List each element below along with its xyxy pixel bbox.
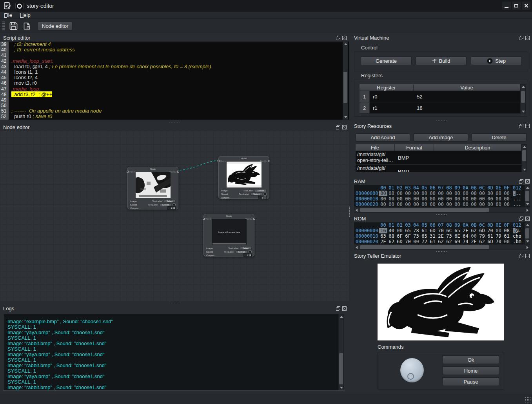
hex-byte[interactable]: 00 xyxy=(379,191,387,196)
close-button[interactable] xyxy=(522,2,530,10)
menu-file[interactable]: File xyxy=(0,12,16,19)
play-sound-icon[interactable] xyxy=(263,193,267,196)
hex-byte[interactable]: 00 xyxy=(379,202,387,207)
splitter-vm-resources[interactable] xyxy=(351,119,532,121)
close-dock-icon[interactable] xyxy=(342,306,347,311)
hex-byte[interactable]: 00 xyxy=(387,196,396,202)
port-in-connector[interactable] xyxy=(127,171,129,173)
float-dock-icon[interactable] xyxy=(519,254,523,258)
hex-byte[interactable]: 2E xyxy=(470,239,478,244)
hex-byte[interactable]: 73 xyxy=(412,233,420,239)
float-dock-icon[interactable] xyxy=(519,217,523,221)
hex-byte[interactable]: 00 xyxy=(470,233,478,239)
register-column-header[interactable]: Register xyxy=(360,84,414,91)
value-column-header[interactable]: Value xyxy=(414,84,520,91)
hex-byte[interactable]: 62 xyxy=(437,239,445,244)
hex-byte[interactable]: 31 xyxy=(429,233,437,239)
resources-scrollbar[interactable] xyxy=(521,144,527,172)
hex-byte[interactable]: 00 xyxy=(396,196,404,202)
file-column-header[interactable]: File xyxy=(356,144,395,151)
play-sound-icon[interactable] xyxy=(172,203,176,206)
generate-button[interactable]: Generate xyxy=(361,56,412,65)
hex-byte[interactable]: 00 xyxy=(461,202,470,207)
add-image-button[interactable]: Add image xyxy=(414,133,468,142)
hex-byte[interactable]: 00 xyxy=(494,202,503,207)
media-node-rabbit[interactable]: Node Port In Port Out ImageTextLabelSele… xyxy=(218,156,269,199)
description-column-header[interactable]: Description xyxy=(434,144,521,151)
hex-byte[interactable]: 6C xyxy=(445,228,453,233)
hex-byte[interactable]: 00 xyxy=(387,191,396,196)
close-dock-icon[interactable] xyxy=(525,179,530,184)
hex-byte[interactable]: 00 xyxy=(494,196,503,202)
registers-scrollbar[interactable] xyxy=(520,84,526,114)
hex-byte[interactable]: 65 xyxy=(404,228,412,233)
hex-byte[interactable]: 00 xyxy=(494,228,503,233)
hex-byte[interactable]: 74 xyxy=(461,239,470,244)
splitter-columns[interactable] xyxy=(348,33,350,391)
float-dock-icon[interactable] xyxy=(336,306,340,311)
minimize-button[interactable] xyxy=(502,2,511,10)
hex-byte[interactable]: 62 xyxy=(470,228,478,233)
toolbar-grip[interactable] xyxy=(2,21,5,31)
hex-byte[interactable]: 61 xyxy=(486,233,494,239)
hex-byte[interactable]: 6F xyxy=(396,233,404,239)
ram-hex-view[interactable]: 000102030405060708090A0B0C0D0E0F012 0000… xyxy=(354,185,525,207)
hex-byte[interactable]: 00 xyxy=(420,202,429,207)
delete-resource-button[interactable]: Delete xyxy=(472,133,527,142)
select-sound-button[interactable]: Select xyxy=(251,193,262,196)
hex-byte[interactable]: 00 xyxy=(412,202,420,207)
hex-byte[interactable]: 6F xyxy=(404,233,412,239)
hex-byte[interactable]: 65 xyxy=(420,233,429,239)
float-dock-icon[interactable] xyxy=(519,36,523,40)
select-image-button[interactable]: Select xyxy=(164,200,176,203)
hex-byte[interactable]: 00 xyxy=(461,196,470,202)
hex-byte[interactable]: 63 xyxy=(379,233,387,239)
hex-byte[interactable]: 00 xyxy=(478,196,486,202)
hex-byte[interactable]: 6D xyxy=(486,239,494,244)
hex-byte[interactable]: 16 xyxy=(379,228,387,233)
logs-scrollbar[interactable] xyxy=(338,314,344,390)
hex-byte[interactable]: 00 xyxy=(429,191,437,196)
hex-byte[interactable]: 00 xyxy=(503,196,511,202)
ram-hscrollbar[interactable] xyxy=(354,207,530,213)
hex-byte[interactable]: 69 xyxy=(453,239,461,244)
hex-byte[interactable]: 00 xyxy=(396,228,404,233)
media-node-yaya[interactable]: Node Port In Port Out ImageTextLabelSele… xyxy=(127,167,178,209)
hex-byte[interactable]: 00 xyxy=(478,191,486,196)
register-row[interactable]: 1r052 xyxy=(360,91,520,102)
resource-row[interactable]: /mnt/data/git/ open-story-tell…BMP xyxy=(356,151,521,165)
hex-byte[interactable]: 00 xyxy=(445,202,453,207)
hex-byte[interactable]: 68 xyxy=(387,233,396,239)
hex-byte[interactable]: 00 xyxy=(396,202,404,207)
close-dock-icon[interactable] xyxy=(525,36,530,40)
float-dock-icon[interactable] xyxy=(336,125,340,129)
hex-byte[interactable]: 00 xyxy=(486,202,494,207)
port-out-connector[interactable] xyxy=(253,218,255,220)
select-sound-button[interactable]: Select xyxy=(160,203,171,206)
node-editor-toolbar-button[interactable]: Node editor xyxy=(38,22,73,31)
hex-byte[interactable]: 00 xyxy=(396,191,404,196)
hex-byte[interactable]: 79 xyxy=(478,233,486,239)
hex-byte[interactable]: 00 xyxy=(486,191,494,196)
build-button[interactable]: Build xyxy=(416,56,467,65)
pause-button[interactable]: Pause xyxy=(443,377,499,386)
save-icon[interactable] xyxy=(8,20,19,31)
port-out-connector[interactable] xyxy=(177,171,179,173)
resource-row[interactable]: /mnt/data/git/ open-story-tellBMP xyxy=(356,165,521,172)
hex-byte[interactable]: 00 xyxy=(486,196,494,202)
hex-byte[interactable]: 72 xyxy=(420,239,429,244)
hex-byte[interactable]: 00 xyxy=(379,196,387,202)
port-in-connector[interactable] xyxy=(218,160,220,162)
node-graph-canvas[interactable]: Node Port In Port Out ImageTextLabelSele… xyxy=(0,131,349,301)
port-out-connector[interactable] xyxy=(268,160,270,162)
ok-button[interactable]: Ok xyxy=(443,355,499,364)
hex-byte[interactable]: 79 xyxy=(494,233,503,239)
select-image-button[interactable]: Select xyxy=(240,247,252,250)
hex-byte[interactable]: 00 xyxy=(470,191,478,196)
rotary-knob[interactable] xyxy=(400,358,424,382)
hex-byte[interactable]: 78 xyxy=(412,228,420,233)
register-row[interactable]: 2r116 xyxy=(360,102,520,114)
rom-vscrollbar[interactable] xyxy=(525,222,530,244)
hex-byte[interactable]: 00 xyxy=(404,191,412,196)
float-dock-icon[interactable] xyxy=(519,179,523,184)
